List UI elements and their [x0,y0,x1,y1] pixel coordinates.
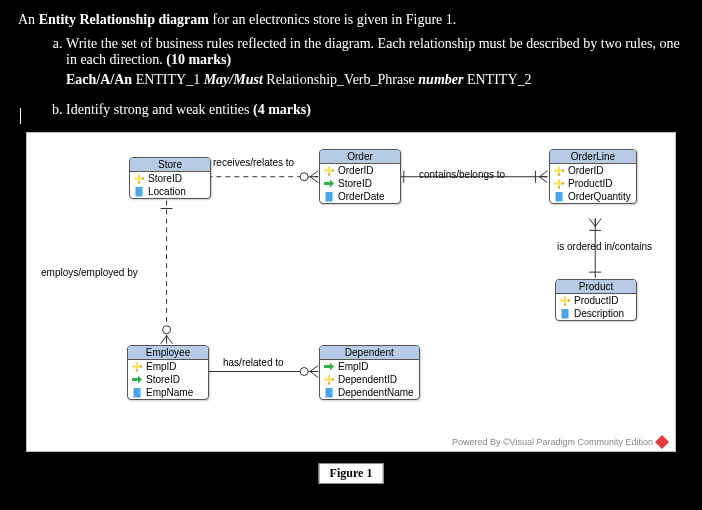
attr: ProductID [574,295,618,306]
brand-text: Powered By ©Visual Paradigm Community Ed… [452,437,653,447]
pk-icon [132,362,142,372]
entity-orderline: OrderLine OrderID ProductID OrderQuantit… [549,149,637,204]
er-diagram: Store StoreID Location Order OrderID Sto… [26,132,676,452]
text-cursor [20,108,21,124]
attr: EmpName [146,387,193,398]
question-a: Write the set of business rules reflecte… [66,36,684,88]
rel-store-order: receives/relates to [213,157,294,168]
question-b: Identify strong and weak entities (4 mar… [66,102,684,118]
svg-line-15 [595,218,601,226]
attr: StoreID [148,173,182,184]
brand-diamond-icon [655,435,669,449]
pk-icon [554,166,564,176]
attr: DependentID [338,374,397,385]
pk-icon [324,166,334,176]
fk-icon [324,179,334,189]
attr: OrderID [338,165,374,176]
entity-order-title: Order [320,150,400,164]
attr: OrderQuantity [568,191,631,202]
question-list: Write the set of business rules reflecte… [18,36,684,118]
intro-suffix: for an electronics store is given in Fig… [209,12,456,27]
attr: Location [148,186,186,197]
svg-line-4 [310,177,318,183]
column-icon [134,187,144,197]
svg-line-8 [539,171,547,177]
attr: Description [574,308,624,319]
tmpl-verb: May/Must [204,72,263,87]
attr: OrderID [568,165,604,176]
svg-line-3 [310,171,318,177]
page-root: An Entity Relationship diagram for an el… [0,0,702,510]
attr: EmpID [338,361,369,372]
svg-line-21 [161,336,167,344]
entity-product: Product ProductID Description [555,279,637,321]
entity-product-title: Product [556,280,636,294]
attr: EmpID [146,361,177,372]
attr: StoreID [338,178,372,189]
attr: OrderDate [338,191,385,202]
svg-line-14 [589,218,595,226]
svg-line-28 [310,372,318,378]
attr: ProductID [568,178,612,189]
svg-point-20 [163,326,171,334]
qa-marks: (10 marks) [166,52,231,67]
entity-orderline-title: OrderLine [550,150,636,164]
column-icon [560,309,570,319]
entity-employee-title: Employee [128,346,208,360]
svg-line-22 [167,336,173,344]
entity-dependent-title: Dependent [320,346,419,360]
entity-store-title: Store [130,158,210,172]
entity-order: Order OrderID StoreID OrderDate [319,149,401,204]
intro-prefix: An [18,12,39,27]
intro-line: An Entity Relationship diagram for an el… [18,12,684,28]
qb-text: Identify strong and weak entities [66,102,253,117]
pk-icon [560,296,570,306]
pk-icon [134,174,144,184]
intro-bold: Entity Relationship diagram [39,12,209,27]
qa-text: Write the set of business rules reflecte… [66,36,680,67]
entity-dependent: Dependent EmpID DependentID DependentNam… [319,345,420,400]
fk-icon [132,375,142,385]
entity-employee: Employee EmpID StoreID EmpName [127,345,209,400]
qb-marks: (4 marks) [253,102,311,117]
column-icon [554,192,564,202]
tmpl-e1: ENTITY_1 [132,72,204,87]
brand-footer: Powered By ©Visual Paradigm Community Ed… [452,437,667,447]
rel-employee-dependent: has/related to [223,357,284,368]
rel-store-employee: employs/employed by [41,267,138,278]
figure-caption: Figure 1 [319,463,384,484]
tmpl-rest: Relationship_Verb_Phrase [263,72,419,87]
entity-store: Store StoreID Location [129,157,211,199]
column-icon [132,388,142,398]
attr: StoreID [146,374,180,385]
pk-icon [554,179,564,189]
column-icon [324,192,334,202]
rel-order-orderline: contains/belongs to [419,169,505,180]
figure-caption-text: Figure 1 [319,463,384,484]
svg-line-27 [310,366,318,372]
tmpl-e2: ENTITY_2 [463,72,531,87]
attr: DependentName [338,387,414,398]
tmpl-num: number [418,72,463,87]
fk-icon [324,362,334,372]
svg-point-26 [300,368,308,376]
rel-product-orderline: is ordered in/contains [557,241,652,252]
pk-icon [324,375,334,385]
svg-line-9 [539,177,547,183]
svg-point-2 [300,173,308,181]
column-icon [324,388,334,398]
tmpl-lead: Each/A/An [66,72,132,87]
